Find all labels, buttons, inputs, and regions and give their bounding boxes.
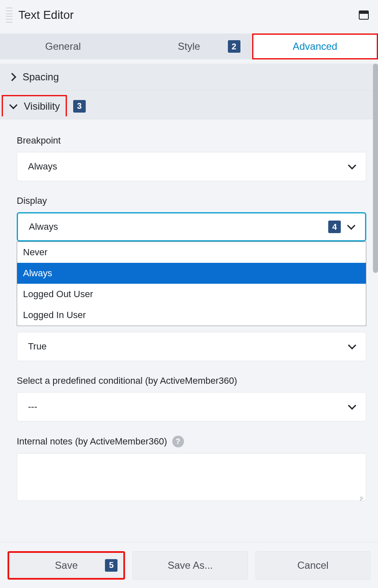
tab-advanced[interactable]: Advanced xyxy=(252,33,378,59)
notes-textarea[interactable] xyxy=(17,453,366,501)
visibility-step-badge: 3 xyxy=(73,100,86,113)
footer: Save 5 Save As... Cancel xyxy=(0,542,378,588)
window-icon[interactable] xyxy=(359,10,369,20)
display-value: Always xyxy=(29,221,58,232)
drag-handle-icon[interactable] xyxy=(6,8,13,23)
display-label: Display xyxy=(17,195,366,206)
help-icon[interactable]: ? xyxy=(172,436,184,447)
display-option-logged-in[interactable]: Logged In User xyxy=(17,305,366,326)
section-visibility-row: Visibility 3 xyxy=(0,91,378,119)
notes-label: Internal notes (by ActiveMember360) ? xyxy=(17,436,366,447)
chevron-down-icon xyxy=(348,161,356,169)
section-visibility[interactable]: Visibility xyxy=(2,95,67,116)
display-dropdown: Never Always Logged Out User Logged In U… xyxy=(17,241,366,326)
conditional-label: Select a predefined conditional (by Acti… xyxy=(17,375,366,386)
breakpoint-value: Always xyxy=(28,161,57,172)
true-select[interactable]: True xyxy=(17,332,366,361)
chevron-down-icon xyxy=(348,341,356,349)
chevron-down-icon xyxy=(9,101,18,109)
scrollbar[interactable] xyxy=(373,64,378,273)
tabs: General Style 2 Advanced xyxy=(0,33,378,59)
save-step-badge: 5 xyxy=(105,559,117,572)
section-spacing[interactable]: Spacing xyxy=(0,64,378,91)
tab-general[interactable]: General xyxy=(0,33,126,59)
display-select[interactable]: Always 4 xyxy=(17,212,366,241)
conditional-value: --- xyxy=(28,401,37,412)
editor-title: Text Editor xyxy=(18,8,74,22)
chevron-right-icon xyxy=(8,73,16,81)
save-as-button[interactable]: Save As... xyxy=(133,551,248,580)
breakpoint-label: Breakpoint xyxy=(17,135,366,146)
resize-grip-icon[interactable] xyxy=(358,492,363,498)
style-step-badge: 2 xyxy=(228,40,240,53)
editor-header: Text Editor xyxy=(0,0,378,33)
display-step-badge: 4 xyxy=(328,221,341,233)
display-option-always[interactable]: Always xyxy=(17,263,366,284)
tab-style[interactable]: Style 2 xyxy=(126,33,252,59)
section-spacing-label: Spacing xyxy=(23,71,59,83)
conditional-select[interactable]: --- xyxy=(17,392,366,421)
cancel-button[interactable]: Cancel xyxy=(255,551,370,580)
true-value: True xyxy=(28,341,46,352)
breakpoint-select[interactable]: Always xyxy=(17,152,366,181)
save-button[interactable]: Save 5 xyxy=(8,551,125,580)
display-option-logged-out[interactable]: Logged Out User xyxy=(17,284,366,305)
chevron-down-icon xyxy=(347,221,355,230)
display-option-never[interactable]: Never xyxy=(17,242,366,263)
section-visibility-label: Visibility xyxy=(24,100,60,112)
chevron-down-icon xyxy=(348,401,356,410)
content-area: Spacing Visibility 3 Breakpoint Always D… xyxy=(0,64,378,588)
visibility-panel: Breakpoint Always Display Always 4 Never… xyxy=(0,119,378,504)
